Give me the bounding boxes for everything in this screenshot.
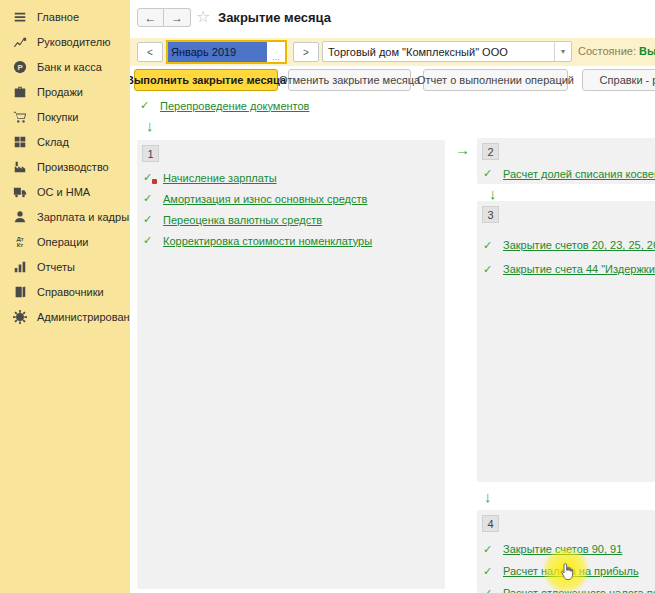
stage-2-panel: 2 ✓ Расчет долей списания косвенных расх… xyxy=(477,138,655,184)
status-badge: Выполнено xyxy=(639,45,655,57)
operation-row: ✓ Переоценка валютных средств xyxy=(137,209,445,230)
sidebar-item-warehouse[interactable]: Склад xyxy=(0,129,130,154)
operation-row: ✓ Расчет налога на прибыль xyxy=(477,560,655,582)
operation-link[interactable]: Расчет налога на прибыль xyxy=(503,565,639,577)
stage-4-panel: 4 ✓ Закрытие счетов 90, 91 ✓ Расчет нало… xyxy=(477,510,655,593)
period-picker-button[interactable]: ... xyxy=(267,42,285,62)
operations-report-button[interactable]: Отчет о выполнении операций xyxy=(423,69,568,91)
check-icon: ✓ xyxy=(143,213,155,226)
sidebar-item-label: Операции xyxy=(37,236,88,248)
sidebar-item-production[interactable]: Производство xyxy=(0,154,130,179)
sidebar-item-main[interactable]: Главное xyxy=(0,4,130,29)
period-toolbar: < Январь 2019 ... > Торговый дом "Компле… xyxy=(130,38,655,66)
prev-period-button[interactable]: < xyxy=(137,42,163,62)
operation-link[interactable]: Начисление зарплаты xyxy=(163,172,277,184)
truck-icon xyxy=(12,184,28,200)
forward-button[interactable]: → xyxy=(164,8,191,27)
reposting-row: ✓ Перепроведение документов xyxy=(140,99,309,112)
sidebar-item-bank[interactable]: Р Банк и касса xyxy=(0,54,130,79)
operation-row: ✓ Амортизация и износ основных средств xyxy=(137,188,445,209)
check-icon: ✓ xyxy=(140,99,152,112)
sidebar-item-directories[interactable]: Справочники xyxy=(0,279,130,304)
operation-link[interactable]: Корректировка стоимости номенклатуры xyxy=(163,235,372,247)
references-calculations-button[interactable]: Справки - расчеты xyxy=(582,69,655,91)
boxes-icon xyxy=(12,134,28,150)
down-arrow-icon: ↓ xyxy=(484,490,492,504)
book-icon xyxy=(12,284,28,300)
stage-number-badge: 1 xyxy=(142,145,159,162)
check-icon: ✓ xyxy=(483,543,495,556)
main-area: ← → ☆ Закрытие месяца < Январь 2019 ... … xyxy=(130,0,655,593)
sidebar-item-label: Зарплата и кадры xyxy=(37,211,129,223)
check-icon: ✓ xyxy=(483,239,495,252)
sidebar-item-administration[interactable]: Администрирование xyxy=(0,304,130,329)
right-arrow-icon: → xyxy=(455,143,470,157)
stage-number-badge: 2 xyxy=(482,143,499,160)
sidebar-item-operations[interactable]: ДтКт Операции xyxy=(0,229,130,254)
sidebar-item-label: Отчеты xyxy=(37,261,75,273)
operation-row: ✓ Начисление зарплаты xyxy=(137,167,445,188)
operation-link[interactable]: Переоценка валютных средств xyxy=(163,214,322,226)
down-arrow-icon: ↓ xyxy=(489,187,497,201)
operation-row: ✓ Закрытие счетов 90, 91 xyxy=(477,538,655,560)
back-button[interactable]: ← xyxy=(137,8,164,27)
operation-link[interactable]: Закрытие счетов 90, 91 xyxy=(503,543,622,555)
stage-1-panel: 1 ✓ Начисление зарплаты ✓ Амортизация и … xyxy=(137,140,445,589)
check-icon: ✓ xyxy=(483,167,495,180)
gear-icon xyxy=(12,309,28,325)
sidebar-item-manager[interactable]: Руководителю xyxy=(0,29,130,54)
trend-icon xyxy=(12,34,28,50)
reposting-link[interactable]: Перепроведение документов xyxy=(160,100,309,112)
closing-flow: ✓ Перепроведение документов ↓ 1 ✓ Начисл… xyxy=(130,94,655,593)
form-header: ← → ☆ Закрытие месяца xyxy=(130,0,655,38)
sidebar-item-fixed-assets[interactable]: ОС и НМА xyxy=(0,179,130,204)
sidebar-item-label: ОС и НМА xyxy=(37,186,90,198)
stage-number-badge: 3 xyxy=(482,206,499,223)
check-edited-icon: ✓ xyxy=(143,171,155,184)
period-value[interactable]: Январь 2019 xyxy=(168,42,267,62)
sidebar-item-label: Руководителю xyxy=(37,36,110,48)
company-select[interactable]: Торговый дом "Комплексный" ООО ▾ xyxy=(322,41,572,62)
sidebar-item-label: Банк и касса xyxy=(37,61,102,73)
next-period-button[interactable]: > xyxy=(293,42,319,62)
operation-row: ✓ Расчет отложенного налога по ПБУ 18 xyxy=(477,582,655,593)
svg-text:Р: Р xyxy=(17,63,22,72)
sidebar-item-label: Главное xyxy=(37,11,79,23)
sidebar-item-salary-hr[interactable]: Зарплата и кадры xyxy=(0,204,130,229)
operation-link[interactable]: Закрытие счетов 20, 23, 25, 26 xyxy=(503,239,655,251)
check-icon: ✓ xyxy=(143,234,155,247)
sidebar-item-reports[interactable]: Отчеты xyxy=(0,254,130,279)
sidebar-item-label: Справочники xyxy=(37,286,104,298)
sidebar-item-purchases[interactable]: Покупки xyxy=(0,104,130,129)
operation-link[interactable]: Закрытие счета 44 "Издержки обращения" xyxy=(503,263,655,275)
chevron-down-icon[interactable]: ▾ xyxy=(554,42,571,61)
operation-row: ✓ Корректировка стоимости номенклатуры xyxy=(137,230,445,251)
check-icon: ✓ xyxy=(143,192,155,205)
perform-closing-button[interactable]: Выполнить закрытие месяца xyxy=(134,69,278,91)
sidebar: Главное Руководителю Р Банк и касса Прод… xyxy=(0,0,130,593)
check-icon: ✓ xyxy=(483,587,495,593)
favorite-star-icon[interactable]: ☆ xyxy=(196,7,210,26)
operation-row: ✓ Закрытие счетов 20, 23, 25, 26 xyxy=(477,233,655,257)
actions-toolbar: Выполнить закрытие месяца Отменить закры… xyxy=(130,66,655,94)
down-arrow-icon: ↓ xyxy=(146,119,154,133)
sidebar-item-label: Производство xyxy=(37,161,109,173)
bar-chart-icon xyxy=(12,259,28,275)
period-field[interactable]: Январь 2019 ... xyxy=(166,40,287,64)
operation-link[interactable]: Расчет отложенного налога по ПБУ 18 xyxy=(503,587,655,593)
status-label: Состояние: xyxy=(578,45,636,57)
sidebar-item-label: Продажи xyxy=(37,86,83,98)
check-icon: ✓ xyxy=(483,565,495,578)
ruble-circle-icon: Р xyxy=(12,59,28,75)
briefcase-icon xyxy=(12,84,28,100)
sidebar-item-sales[interactable]: Продажи xyxy=(0,79,130,104)
dt-kt-icon: ДтКт xyxy=(12,234,28,250)
stage-3-panel: 3 ✓ Закрытие счетов 20, 23, 25, 26 ✓ Зак… xyxy=(477,201,655,482)
page-title: Закрытие месяца xyxy=(218,10,331,25)
operation-link[interactable]: Расчет долей списания косвенных расходов xyxy=(503,168,655,180)
cancel-closing-button[interactable]: Отменить закрытие месяца xyxy=(288,69,411,91)
cart-icon xyxy=(12,109,28,125)
person-icon xyxy=(12,209,28,225)
operation-link[interactable]: Амортизация и износ основных средств xyxy=(163,193,367,205)
status-text: Состояние: Выполнено xyxy=(578,45,655,57)
